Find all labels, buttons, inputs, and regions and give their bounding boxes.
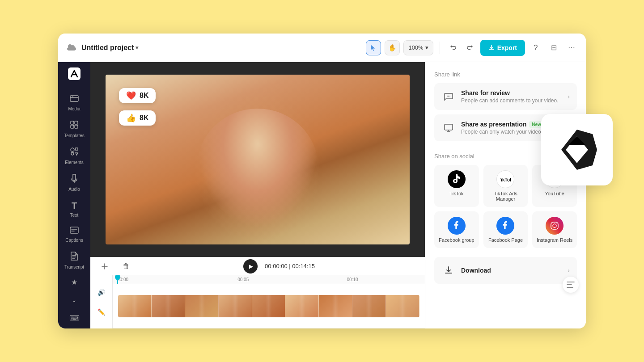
edit-button[interactable]: ✏️ bbox=[94, 305, 109, 319]
svg-rect-4 bbox=[71, 125, 74, 128]
time-marker-1: 00:05 bbox=[237, 277, 249, 282]
instagram-reels-label: Instagram Reels bbox=[537, 237, 572, 243]
facebook-page-button[interactable]: Facebook Page bbox=[483, 211, 528, 248]
svg-rect-8 bbox=[70, 227, 78, 233]
layout-button[interactable]: ⊟ bbox=[547, 41, 561, 55]
audio-label: Audio bbox=[68, 187, 80, 192]
time-ruler: 00:00 00:05 00:10 bbox=[113, 275, 425, 284]
svg-rect-0 bbox=[68, 67, 80, 80]
select-tool-button[interactable] bbox=[366, 40, 381, 55]
download-label: Download bbox=[461, 267, 562, 274]
facebook-group-button[interactable]: Facebook group bbox=[434, 211, 479, 248]
project-name[interactable]: Untitled project ▾ bbox=[81, 44, 138, 52]
svg-text:TikTok: TikTok bbox=[500, 177, 511, 182]
elements-label: Elements bbox=[65, 160, 84, 165]
timeline-toolbar: 🗑 ▶ 00:00:00 | 00:14:15 bbox=[90, 257, 425, 275]
undo-button[interactable] bbox=[446, 41, 461, 55]
transcript-label: Transcript bbox=[64, 265, 84, 269]
sidebar-item-templates[interactable]: Templates bbox=[58, 117, 90, 142]
strip-frame-7 bbox=[319, 295, 352, 317]
sidebar-item-audio[interactable]: Audio bbox=[58, 170, 90, 195]
share-for-review-option[interactable]: Share for review People can add comments… bbox=[434, 83, 577, 110]
sidebar-item-transcript[interactable]: Transcript bbox=[58, 248, 90, 273]
sidebar-item-text[interactable]: T Text bbox=[58, 197, 90, 221]
strip-frame-2 bbox=[152, 295, 185, 317]
playhead[interactable] bbox=[117, 275, 118, 284]
svg-point-11 bbox=[449, 96, 450, 97]
star-button[interactable]: ★ bbox=[67, 275, 81, 289]
strip-frame-4 bbox=[219, 295, 252, 317]
tiktok-ads-button[interactable]: TikTok TikTok Ads Manager bbox=[483, 165, 528, 207]
instagram-icon bbox=[546, 217, 564, 235]
heart-emoji: ❤️ bbox=[126, 91, 136, 101]
header-divider bbox=[440, 42, 440, 54]
svg-point-7 bbox=[71, 152, 74, 155]
transcript-icon bbox=[70, 252, 78, 263]
header-left: Untitled project ▾ bbox=[65, 42, 362, 54]
download-button[interactable]: Download › bbox=[434, 257, 577, 284]
sidebar-item-media[interactable]: Media bbox=[58, 91, 90, 115]
heart-reaction-badge: ❤️ 8K bbox=[119, 88, 156, 103]
download-chevron: › bbox=[568, 267, 570, 274]
share-presentation-icon bbox=[441, 121, 456, 135]
sidebar-logo[interactable] bbox=[66, 67, 82, 80]
captions-label: Captions bbox=[65, 238, 83, 243]
share-review-title: Share for review bbox=[461, 89, 562, 97]
zoom-chevron: ▾ bbox=[425, 44, 428, 51]
svg-rect-3 bbox=[75, 121, 78, 124]
tiktok-ads-label: TikTok Ads Manager bbox=[487, 191, 525, 202]
svg-rect-5 bbox=[75, 125, 78, 128]
play-icon: ▶ bbox=[249, 263, 253, 269]
header-center: ✋ 100% ▾ bbox=[366, 40, 476, 55]
header-right: Export ? ⊟ ⋯ bbox=[480, 40, 579, 56]
keyboard-button[interactable]: ⌨ bbox=[67, 311, 81, 325]
facebook-group-icon bbox=[448, 217, 466, 235]
split-button[interactable] bbox=[97, 259, 112, 274]
more-button[interactable]: ⋯ bbox=[564, 41, 579, 55]
hand-tool-button[interactable]: ✋ bbox=[385, 40, 400, 55]
app-window: Untitled project ▾ ✋ 100% ▾ bbox=[58, 34, 586, 328]
share-review-icon bbox=[441, 89, 456, 104]
strip-frame-9 bbox=[386, 295, 419, 317]
elements-icon bbox=[70, 147, 79, 158]
header: Untitled project ▾ ✋ 100% ▾ bbox=[58, 34, 586, 62]
capcut-logo-card bbox=[541, 114, 613, 185]
redo-button[interactable] bbox=[462, 41, 477, 55]
heart-count: 8K bbox=[140, 92, 148, 100]
sidebar: Media Templates bbox=[58, 62, 90, 328]
floating-action-button[interactable] bbox=[563, 277, 579, 293]
video-strip[interactable] bbox=[118, 295, 419, 317]
timeline-track-area: 🔊 ✏️ 00:00 00:05 00:10 bbox=[90, 275, 425, 328]
svg-rect-12 bbox=[445, 124, 453, 130]
video-frame: ❤️ 8K 👍 8K bbox=[106, 75, 410, 244]
play-button[interactable]: ▶ bbox=[243, 259, 258, 274]
sidebar-item-captions[interactable]: Captions bbox=[58, 223, 90, 246]
zoom-control[interactable]: 100% ▾ bbox=[403, 40, 433, 55]
facebook-page-icon bbox=[496, 217, 514, 235]
volume-button[interactable]: 🔊 bbox=[94, 285, 109, 299]
time-marker-2: 00:10 bbox=[347, 277, 358, 282]
collapse-button[interactable]: ⌄ bbox=[67, 293, 81, 307]
svg-rect-1 bbox=[70, 96, 78, 101]
canvas-area: ❤️ 8K 👍 8K 🗑 bbox=[90, 62, 425, 328]
delete-button[interactable]: 🗑 bbox=[119, 259, 133, 274]
cloud-icon[interactable] bbox=[65, 42, 78, 54]
tiktok-icon bbox=[448, 170, 466, 188]
timeline-tracks: 00:00 00:05 00:10 bbox=[113, 275, 425, 328]
export-button[interactable]: Export bbox=[480, 40, 525, 56]
audio-icon bbox=[70, 174, 78, 185]
thumbs-count: 8K bbox=[140, 114, 148, 122]
facebook-group-label: Facebook group bbox=[439, 237, 475, 243]
share-review-chevron: › bbox=[568, 93, 570, 100]
templates-label: Templates bbox=[64, 133, 85, 138]
strip-frame-1 bbox=[118, 295, 152, 317]
tiktok-button[interactable]: TikTok bbox=[434, 165, 479, 207]
sidebar-item-elements[interactable]: Elements bbox=[58, 143, 90, 168]
svg-point-9 bbox=[447, 96, 448, 97]
strip-frame-5 bbox=[252, 295, 286, 317]
share-review-content: Share for review People can add comments… bbox=[461, 89, 562, 104]
download-icon bbox=[441, 263, 456, 278]
instagram-reels-button[interactable]: Instagram Reels bbox=[532, 211, 577, 248]
help-button[interactable]: ? bbox=[529, 41, 543, 55]
video-preview: ❤️ 8K 👍 8K bbox=[90, 62, 425, 257]
